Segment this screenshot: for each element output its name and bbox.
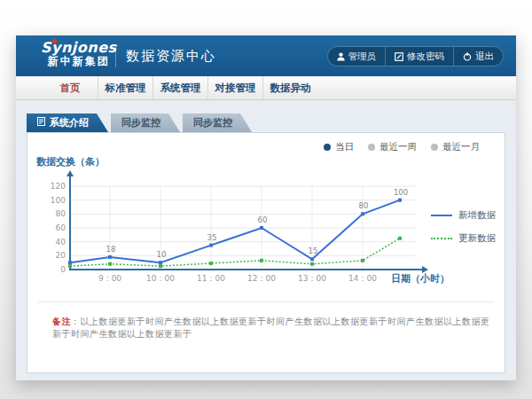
radio-label: 最近一月 xyxy=(442,141,480,153)
line-chart: 0204060801001209：0010：0011：0012：0013：001… xyxy=(35,170,478,290)
dotted-line-swatch xyxy=(431,238,452,239)
radio-last-week[interactable]: 最近一周 xyxy=(368,141,417,153)
radio-last-month[interactable]: 最近一月 xyxy=(431,141,480,153)
logo-divider xyxy=(115,44,116,67)
svg-text:40: 40 xyxy=(56,238,66,246)
logo-text-cn: 新中新集团 xyxy=(41,56,117,67)
footnote: 备注：以上数据更新于时间产生数据以上数据更新于时间产生数据以上数据更新于时间产生… xyxy=(52,316,492,340)
tab-label: 系统介绍 xyxy=(50,113,89,132)
radio-dot xyxy=(431,144,438,151)
radio-label: 当日 xyxy=(335,141,354,153)
legend-label: 新增数据 xyxy=(458,209,496,222)
logo-text-en: Synjones xyxy=(41,41,117,56)
power-icon xyxy=(463,52,472,61)
y-axis-title: 数据交换（条） xyxy=(36,155,105,168)
page-title: 数据资源中心 xyxy=(126,48,216,65)
legend-entry-update-data[interactable]: 更新数据 xyxy=(431,232,496,245)
nav-item-data-change[interactable]: 数据异动 xyxy=(262,76,317,99)
chart-panel: 当日 最近一周 最近一月 数据交换（条） 0204060801001209：00… xyxy=(27,132,505,373)
tab-sync-monitor-2[interactable]: 同步监控 xyxy=(183,113,252,132)
svg-text:0: 0 xyxy=(60,265,66,274)
note-divider xyxy=(38,301,494,302)
series-新增数据: 181035601580100 xyxy=(68,188,408,265)
change-password-label: 修改密码 xyxy=(407,51,444,63)
svg-text:日期（小时）: 日期（小时） xyxy=(391,273,450,285)
user-toolbar: 管理员 修改密码 退出 xyxy=(327,46,505,66)
tab-sync-monitor-1[interactable]: 同步监控 xyxy=(111,113,180,132)
user-button[interactable]: 管理员 xyxy=(328,47,386,66)
footnote-text: ：以上数据更新于时间产生数据以上数据更新于时间产生数据以上数据更新于时间产生数据… xyxy=(52,317,490,339)
user-icon xyxy=(337,52,345,61)
svg-text:18: 18 xyxy=(106,245,116,254)
solid-line-swatch xyxy=(431,215,452,216)
series-更新数据 xyxy=(68,237,402,268)
logo: Synjones 新中新集团 xyxy=(41,41,117,66)
legend-label: 更新数据 xyxy=(458,232,496,245)
svg-text:11：00: 11：00 xyxy=(197,274,225,283)
svg-text:12：00: 12：00 xyxy=(247,274,276,283)
change-password-button[interactable]: 修改密码 xyxy=(385,47,453,66)
svg-text:60: 60 xyxy=(56,223,66,232)
logout-label: 退出 xyxy=(475,51,494,63)
tab-label: 同步监控 xyxy=(193,113,232,132)
svg-text:60: 60 xyxy=(258,215,268,224)
svg-text:120: 120 xyxy=(51,182,66,191)
main-nav: 首页 标准管理 系统管理 对接管理 数据异动 xyxy=(16,76,516,100)
svg-text:35: 35 xyxy=(207,233,217,242)
radio-dot xyxy=(368,144,375,151)
nav-item-interface-mgmt[interactable]: 对接管理 xyxy=(207,76,262,99)
document-icon xyxy=(37,113,45,132)
svg-text:14：00: 14：00 xyxy=(348,274,377,283)
range-filter: 当日 最近一周 最近一月 xyxy=(324,141,480,153)
footnote-label: 备注 xyxy=(52,317,71,326)
svg-text:80: 80 xyxy=(56,209,66,218)
header-bar: Synjones 新中新集团 数据资源中心 管理员 修改密码 xyxy=(16,35,516,76)
svg-text:100: 100 xyxy=(394,188,408,197)
app-window: Synjones 新中新集团 数据资源中心 管理员 修改密码 xyxy=(16,35,516,380)
tab-bar: 系统介绍 同步监控 同步监控 xyxy=(27,113,254,132)
svg-text:20: 20 xyxy=(56,251,66,260)
chart-legend: 新增数据 更新数据 xyxy=(431,209,496,255)
svg-text:15: 15 xyxy=(309,246,318,255)
svg-text:9：00: 9：00 xyxy=(98,274,121,283)
tab-system-intro[interactable]: 系统介绍 xyxy=(27,113,108,132)
radio-label: 最近一周 xyxy=(379,141,417,153)
svg-text:100: 100 xyxy=(51,196,66,205)
svg-text:10：00: 10：00 xyxy=(146,274,175,283)
edit-icon xyxy=(395,52,403,61)
legend-entry-new-data[interactable]: 新增数据 xyxy=(431,209,496,222)
radio-dot xyxy=(324,144,331,151)
logout-button[interactable]: 退出 xyxy=(453,47,503,66)
svg-text:10: 10 xyxy=(157,250,167,259)
content-area: 系统介绍 同步监控 同步监控 当日 最近一周 xyxy=(16,101,516,380)
tab-label: 同步监控 xyxy=(121,113,160,132)
user-button-label: 管理员 xyxy=(348,51,377,63)
radio-today[interactable]: 当日 xyxy=(324,141,354,153)
svg-text:80: 80 xyxy=(359,201,369,210)
nav-item-home[interactable]: 首页 xyxy=(43,76,98,99)
svg-text:13：00: 13：00 xyxy=(298,274,326,283)
nav-item-system-mgmt[interactable]: 系统管理 xyxy=(153,76,207,99)
nav-item-standard-mgmt[interactable]: 标准管理 xyxy=(98,76,153,99)
